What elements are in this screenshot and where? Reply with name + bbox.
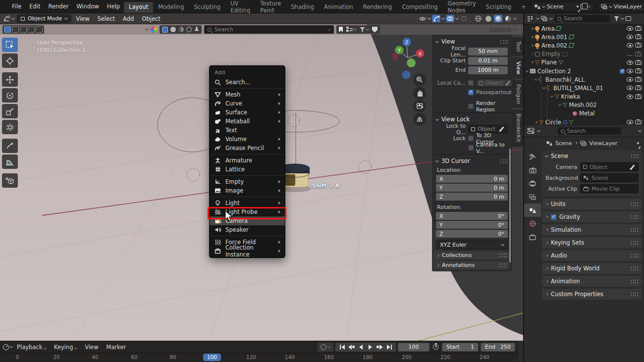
panel-drag-icon[interactable] xyxy=(631,280,638,283)
render-visibility-toggle[interactable] xyxy=(635,120,642,124)
eyedropper-icon[interactable] xyxy=(630,164,636,170)
workspace-tab-modeling[interactable]: Modeling xyxy=(153,2,189,13)
cursor-rot-y-field[interactable]: Y0° xyxy=(436,221,508,229)
chevron-down-icon[interactable] xyxy=(537,129,540,132)
menu-item-camera[interactable]: Camera xyxy=(210,216,285,225)
current-frame-indicator[interactable]: 100 xyxy=(203,354,221,361)
panel-rigid-body-world[interactable]: Rigid Body World xyxy=(542,263,642,274)
tool-transform[interactable] xyxy=(2,120,18,134)
collapse-icon[interactable] xyxy=(550,95,553,98)
workspace-tab-compositing[interactable]: Compositing xyxy=(397,2,442,13)
collections-panel-header[interactable]: Collections xyxy=(434,251,510,259)
hide-eye-toggle[interactable] xyxy=(627,69,633,73)
camera-view-button[interactable] xyxy=(413,100,426,112)
menu-file[interactable]: File xyxy=(8,3,25,10)
shading-solid-button[interactable] xyxy=(484,15,492,22)
camera-object-field[interactable]: Object xyxy=(580,162,639,171)
panel-drag-icon[interactable] xyxy=(631,215,638,219)
bookmark-icon[interactable] xyxy=(339,27,343,32)
properties-search-input[interactable]: Search xyxy=(558,127,621,135)
panel-drag-icon[interactable] xyxy=(499,263,507,267)
mode-dropdown[interactable]: Object Mode xyxy=(17,14,71,23)
outliner-row-kriwka[interactable]: ▽ Kriwka xyxy=(524,93,644,101)
collapse-icon[interactable] xyxy=(558,103,561,106)
menu-item-light-probe[interactable]: Light Probe xyxy=(210,207,285,216)
tab-collection[interactable] xyxy=(524,230,541,244)
select-mode-set[interactable] xyxy=(4,26,11,33)
pin-icon[interactable] xyxy=(637,142,639,144)
orthographic-grid-button[interactable] xyxy=(413,113,426,126)
prev-keyframe-button[interactable] xyxy=(348,344,355,350)
menu-item-empty[interactable]: Empty xyxy=(210,177,285,186)
tool-add-cube[interactable] xyxy=(2,173,18,188)
expand-icon[interactable] xyxy=(531,36,534,39)
clip-start-field[interactable]: 0.01 m xyxy=(468,57,508,65)
pin-icon[interactable] xyxy=(577,5,579,7)
menu-item-search[interactable]: Search... xyxy=(210,78,285,87)
render-visibility-toggle[interactable] xyxy=(635,69,642,73)
menu-item-curve[interactable]: Curve xyxy=(210,99,285,108)
hide-eye-toggle[interactable] xyxy=(627,52,633,56)
display-mode-icon[interactable] xyxy=(527,16,535,22)
expand-icon[interactable] xyxy=(535,121,537,124)
tool-rotate[interactable] xyxy=(2,88,18,103)
hdr-asset-icon[interactable] xyxy=(186,27,192,32)
active-clip-field[interactable]: Movie Clip xyxy=(580,184,639,193)
chevron-down-icon[interactable] xyxy=(145,27,149,31)
cursor-loc-z-field[interactable]: Z0 m xyxy=(436,193,508,201)
outliner-row-empty[interactable]: Empty xyxy=(524,50,644,58)
gizmo-y-neg[interactable] xyxy=(407,58,416,67)
editor-type-button[interactable] xyxy=(3,15,14,22)
sidebar-tab-view[interactable]: View xyxy=(512,57,523,79)
verified-shield-icon[interactable] xyxy=(372,27,377,33)
render-visibility-toggle[interactable] xyxy=(635,60,642,65)
blenderkit-logo-icon[interactable] xyxy=(151,26,157,33)
options-button[interactable]: Options xyxy=(489,26,516,33)
auto-keying-button[interactable] xyxy=(318,343,333,352)
expand-icon[interactable] xyxy=(531,27,534,30)
outliner-row-collection-2[interactable]: Collection 2 xyxy=(524,67,644,75)
new-scene-icon[interactable] xyxy=(581,4,585,9)
new-collection-button[interactable] xyxy=(626,16,631,21)
collection-checkbox[interactable] xyxy=(620,69,625,74)
material-asset-icon[interactable] xyxy=(170,27,176,32)
render-visibility-toggle[interactable] xyxy=(635,77,642,82)
render-visibility-toggle[interactable] xyxy=(635,35,642,39)
cursor-loc-x-field[interactable]: X0 m xyxy=(436,175,508,183)
passepartout-checkbox[interactable] xyxy=(468,90,474,95)
menu-item-speaker[interactable]: Speaker xyxy=(210,225,285,234)
tab-scene[interactable] xyxy=(524,204,541,217)
panel-drag-icon[interactable] xyxy=(631,241,638,245)
select-mode-extend[interactable] xyxy=(12,26,19,33)
breadcrumb-viewlayer[interactable]: ViewLayer xyxy=(590,140,618,147)
hide-eye-toggle[interactable] xyxy=(627,60,633,65)
cursor-loc-y-field[interactable]: Y0 m xyxy=(436,184,508,192)
workspace-add-tab[interactable]: + xyxy=(516,2,531,13)
panel-drag-icon[interactable] xyxy=(500,159,508,163)
panel-gravity[interactable]: Gravity xyxy=(542,211,642,222)
outliner-row-metal[interactable]: Metal xyxy=(524,109,644,118)
menu-item-image[interactable]: Image xyxy=(210,186,285,195)
workspace-tab-shading[interactable]: Shading xyxy=(286,2,319,13)
collapse-icon[interactable] xyxy=(535,78,537,81)
workspace-tab-rendering[interactable]: Rendering xyxy=(358,2,397,13)
outliner-row-area-002[interactable]: Area.002 xyxy=(524,41,644,50)
render-visibility-toggle[interactable] xyxy=(635,86,642,90)
tab-output[interactable] xyxy=(524,177,541,190)
scene-asset-icon[interactable] xyxy=(178,27,184,32)
next-keyframe-button[interactable] xyxy=(376,344,383,350)
tool-annotate[interactable] xyxy=(2,139,18,153)
frame-end-field[interactable]: End250 xyxy=(481,343,515,352)
scene-selector[interactable]: Scene ✕ xyxy=(531,2,594,11)
tool-move[interactable] xyxy=(2,72,18,87)
timeline-ruler[interactable]: 0 20 40 60 80 100 120 140 160 180 200 22… xyxy=(0,353,518,362)
annotations-panel-header[interactable]: Annotations xyxy=(434,261,510,269)
tool-scale[interactable] xyxy=(2,104,18,118)
outliner-row-area[interactable]: Area xyxy=(524,24,644,33)
menu-window[interactable]: Window xyxy=(72,3,103,10)
menu-item-armature[interactable]: Armature xyxy=(210,156,285,165)
outliner-row-circle[interactable]: ▽ Circle ▽ xyxy=(524,118,644,125)
collapse-icon[interactable] xyxy=(542,86,545,89)
outliner-row-area-001[interactable]: Area.001 xyxy=(524,33,644,41)
menu-item-surface[interactable]: Surface xyxy=(210,108,285,117)
